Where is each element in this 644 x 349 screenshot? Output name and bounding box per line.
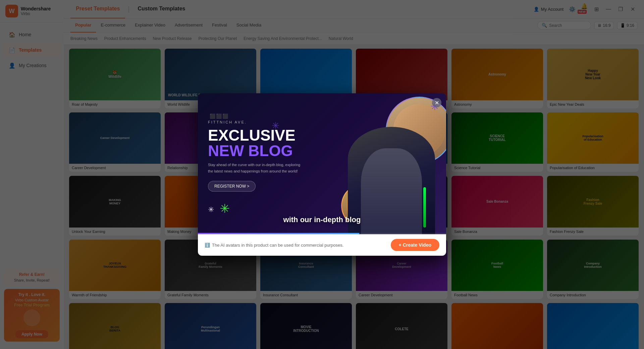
headline-line-2: NEW BLOG — [208, 143, 324, 158]
modal-video-preview: ⬛⬛⬛ ✳ FITTNICH AVE. EXCLUSIVE NEW BLOG S… — [198, 93, 446, 234]
checker-pattern: ⬛⬛⬛ — [210, 113, 229, 119]
register-now-button[interactable]: REGISTER NOW > — [208, 181, 256, 192]
video-progress-fill — [198, 233, 359, 234]
modal-dialog: Personal Blog ✕ ⬛⬛⬛ ✳ FITTNICH AVE. EXCL… — [198, 93, 446, 256]
headline-line-1: EXCLUSIVE — [208, 128, 324, 143]
blog-preview-content: ⬛⬛⬛ ✳ FITTNICH AVE. EXCLUSIVE NEW BLOG S… — [198, 93, 446, 234]
modal-subtitle: with our in-depth blog — [283, 215, 361, 224]
modal-overlay[interactable]: Personal Blog ✕ ⬛⬛⬛ ✳ FITTNICH AVE. EXCL… — [0, 0, 644, 349]
headline-block: EXCLUSIVE NEW BLOG — [208, 128, 324, 158]
blog-desc: Stay ahead of the curve with our in-dept… — [208, 162, 302, 174]
commercial-text: The AI avatars in this product can be us… — [212, 243, 343, 248]
modal-footer: ℹ️ The AI avatars in this product can be… — [198, 234, 446, 256]
blog-text-block: FITTNICH AVE. EXCLUSIVE NEW BLOG Stay ah… — [208, 120, 324, 192]
create-video-button[interactable]: + Create Video — [391, 239, 439, 251]
asterisk-green: ✳ — [220, 202, 230, 216]
presenter-figure — [348, 127, 435, 234]
blog-left-panel: ⬛⬛⬛ ✳ FITTNICH AVE. EXCLUSIVE NEW BLOG S… — [198, 93, 334, 234]
commercial-notice: ℹ️ The AI avatars in this product can be… — [205, 243, 343, 248]
asterisk-top: ✳ — [272, 120, 279, 131]
info-icon: ℹ️ — [205, 243, 210, 248]
asterisk-bottom-left: ✳ — [208, 205, 214, 214]
green-accent-bar — [423, 187, 426, 228]
video-progress-track — [198, 233, 446, 234]
brand-label: FITTNICH AVE. — [208, 120, 324, 124]
modal-close-button[interactable]: ✕ — [432, 98, 441, 107]
blog-right-panel: ✳ — [334, 93, 446, 234]
